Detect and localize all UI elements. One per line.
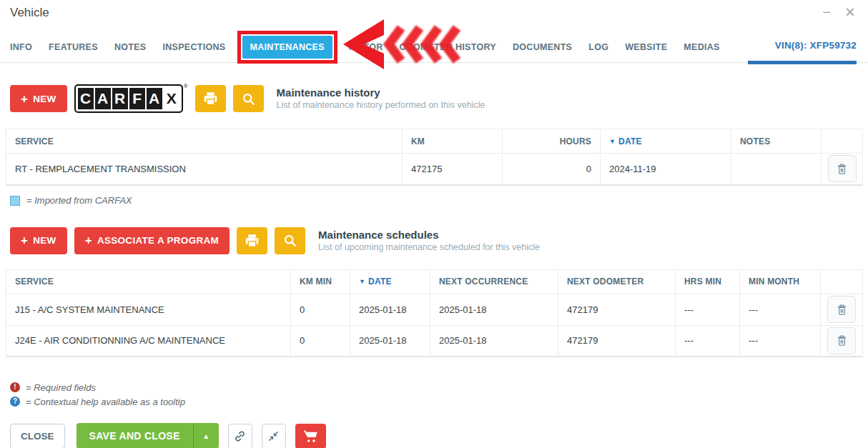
sort-desc-icon: ▼	[609, 138, 616, 145]
magnifier-icon	[283, 234, 297, 247]
delete-row-button[interactable]	[828, 155, 857, 182]
tab-info[interactable]: INFO	[10, 42, 32, 52]
carfax-letter: C	[78, 88, 94, 109]
table-row[interactable]: J15 - A/C SYSTEM MAINTENANCE 0 2025-01-1…	[6, 294, 863, 325]
tab-documents[interactable]: DOCUMENTS	[513, 42, 572, 52]
tab-odometer-history[interactable]: ODOMETER HISTORY	[400, 42, 496, 52]
printer-icon	[245, 234, 260, 248]
col-header-km[interactable]: KM	[403, 129, 503, 154]
delete-row-button[interactable]	[827, 327, 856, 354]
plus-icon: +	[85, 234, 92, 247]
tab-motor[interactable]: MOTOR	[349, 42, 383, 52]
cell-km-min: 0	[291, 294, 350, 325]
table-row[interactable]: RT - REMPLACEMENT TRANSMISSION 472175 0 …	[6, 154, 863, 185]
copy-link-button[interactable]	[228, 424, 252, 448]
carfax-import-legend: = Imported from CARFAX	[10, 195, 858, 206]
cart-button[interactable]	[295, 424, 326, 448]
schedules-header-row: SERVICE KM MIN ▼DATE NEXT OCCURRENCE NEX…	[6, 269, 863, 294]
col-header-km-min[interactable]: KM MIN	[291, 269, 350, 294]
associate-program-button[interactable]: + ASSOCIATE A PROGRAM	[74, 227, 230, 254]
help-icon: ?	[10, 397, 20, 407]
col-header-hrs-min[interactable]: HRS MIN	[676, 269, 740, 294]
cell-next-occurrence: 2025-01-18	[430, 294, 558, 325]
history-toolbar: + NEW C A R F A X ® Maintenance history …	[0, 84, 868, 113]
col-header-notes[interactable]: NOTES	[731, 129, 822, 154]
carfax-letter: A	[147, 88, 162, 109]
sort-desc-icon: ▼	[359, 278, 365, 285]
col-header-hours[interactable]: HOURS	[503, 129, 601, 154]
history-title: Maintenance history	[277, 86, 485, 99]
col-header-min-month[interactable]: MIN MONTH	[740, 269, 821, 294]
annotation-highlight-box: MAINTENANCES	[237, 31, 337, 64]
close-icon[interactable]: ×	[845, 4, 855, 20]
new-maintenance-button[interactable]: + NEW	[10, 85, 67, 112]
minimize-icon[interactable]: −	[822, 5, 831, 19]
collapse-window-button[interactable]	[262, 424, 286, 448]
tab-inspections[interactable]: INSPECTIONS	[162, 42, 225, 52]
printer-icon	[203, 91, 218, 106]
tab-features[interactable]: FEATURES	[49, 42, 98, 52]
table-row[interactable]: J24E - AIR CONDITIONNING A/C MAINTENANCE…	[6, 325, 863, 357]
search-history-button[interactable]	[233, 85, 264, 112]
new-schedule-button[interactable]: + NEW	[10, 227, 67, 254]
tab-website[interactable]: WEBSITE	[625, 42, 667, 52]
cell-min-month: ---	[740, 325, 821, 357]
col-header-date[interactable]: ▼DATE	[601, 129, 731, 154]
collapse-arrows-icon	[267, 430, 280, 442]
save-and-close-button[interactable]: SAVE AND CLOSE	[77, 423, 193, 448]
carfax-logo[interactable]: C A R F A X ®	[74, 84, 188, 113]
tab-maintenances[interactable]: MAINTENANCES	[242, 36, 332, 59]
link-icon	[233, 429, 247, 443]
contextual-help-legend: ? = Contextual help available as a toolt…	[10, 394, 858, 409]
close-button[interactable]: CLOSE	[10, 424, 65, 448]
print-history-button[interactable]	[195, 85, 226, 112]
col-header-service[interactable]: SERVICE	[6, 269, 291, 294]
cell-next-odometer: 472179	[558, 325, 676, 357]
carfax-logo-frame: C A R F A X	[74, 84, 183, 113]
cell-next-odometer: 472179	[558, 294, 676, 325]
carfax-import-color-swatch	[10, 196, 20, 206]
required-legend-text: = Required fields	[26, 382, 96, 393]
new-maintenance-label: NEW	[33, 94, 56, 104]
associate-program-label: ASSOCIATE A PROGRAM	[97, 235, 219, 246]
col-header-date[interactable]: ▼DATE	[350, 269, 430, 294]
carfax-letter-x: X	[164, 88, 179, 109]
cell-hrs-min: ---	[676, 325, 740, 357]
cell-km-min: 0	[291, 325, 350, 357]
history-table: SERVICE KM HOURS ▼DATE NOTES RT - REMPLA…	[6, 129, 862, 186]
delete-row-button[interactable]	[827, 296, 856, 323]
required-icon: !	[10, 382, 20, 392]
save-options-dropdown[interactable]: ▲	[193, 423, 219, 448]
carfax-import-legend-text: = Imported from CARFAX	[26, 195, 132, 206]
cell-notes	[731, 154, 822, 185]
tab-log[interactable]: LOG	[588, 42, 608, 52]
print-schedules-button[interactable]	[237, 227, 267, 254]
trash-icon	[836, 162, 848, 176]
col-header-service[interactable]: SERVICE	[6, 129, 403, 154]
tab-notes[interactable]: NOTES	[114, 42, 147, 52]
schedules-title: Maintenance schedules	[318, 229, 540, 242]
form-legend: ! = Required fields ? = Contextual help …	[10, 380, 858, 409]
carfax-letter: R	[112, 88, 128, 109]
new-schedule-label: NEW	[33, 235, 56, 246]
search-schedules-button[interactable]	[275, 227, 305, 254]
carfax-letter: F	[129, 88, 145, 109]
trash-icon	[836, 334, 848, 347]
required-fields-legend: ! = Required fields	[10, 380, 858, 394]
col-header-next-odometer[interactable]: NEXT ODOMETER	[558, 269, 676, 294]
cell-km: 472175	[403, 154, 503, 185]
schedules-table: SERVICE KM MIN ▼DATE NEXT OCCURRENCE NEX…	[6, 269, 862, 358]
tab-medias[interactable]: MEDIAS	[684, 42, 719, 52]
col-header-actions	[821, 269, 863, 294]
col-header-next-occurrence[interactable]: NEXT OCCURRENCE	[430, 269, 558, 294]
cell-next-occurrence: 2025-01-18	[430, 325, 558, 357]
registered-mark: ®	[184, 83, 188, 89]
cell-min-month: ---	[740, 294, 821, 325]
caret-up-icon: ▲	[202, 432, 209, 440]
schedules-subtitle: List of upcoming maintenance scheduled f…	[318, 242, 540, 253]
cell-date: 2025-01-18	[350, 325, 430, 357]
history-subtitle: List of maintenance history performed on…	[277, 99, 485, 111]
save-and-close-split-button: SAVE AND CLOSE ▲	[77, 423, 219, 448]
vin-tab[interactable]: VIN(8): XFP59732	[775, 40, 857, 51]
tab-bar: INFO FEATURES NOTES INSPECTIONS MAINTENA…	[0, 31, 868, 63]
